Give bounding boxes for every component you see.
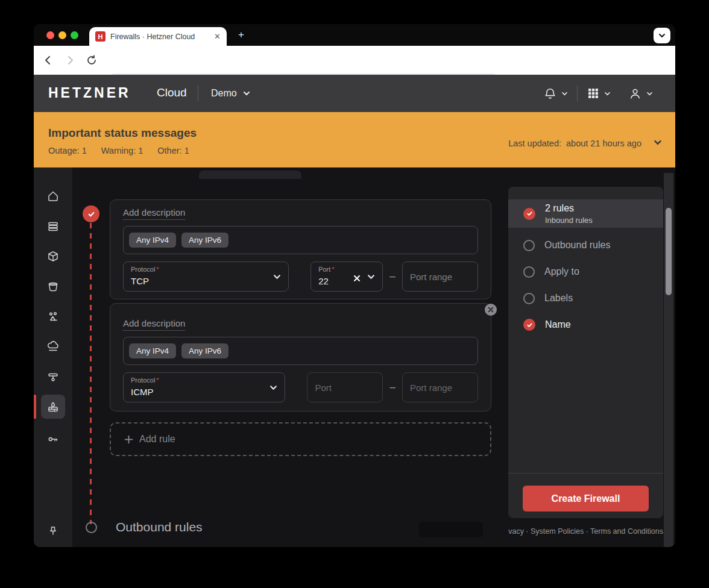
forward-button[interactable] bbox=[63, 54, 77, 67]
step-name[interactable]: Name bbox=[508, 311, 663, 338]
notifications-button[interactable] bbox=[543, 87, 568, 101]
cloud-label: Cloud bbox=[157, 86, 187, 99]
step-apply-to[interactable]: Apply to bbox=[508, 258, 663, 285]
rule-fields-row: Protocol* ICMP – bbox=[123, 372, 478, 402]
ip-chip[interactable]: Any IPv6 bbox=[181, 233, 228, 248]
remove-rule-button[interactable] bbox=[485, 304, 497, 316]
status-counts: Outage: 1 Warning: 1 Other: 1 bbox=[48, 146, 189, 155]
hetzner-logo[interactable]: HETZNER bbox=[48, 85, 131, 101]
obscured-element bbox=[419, 522, 483, 537]
nav-object-storage-icon[interactable] bbox=[46, 280, 60, 293]
browser-toolbar: console.hetzner.cloud/projects/3873726/f… bbox=[34, 46, 675, 75]
step-inbound-rules[interactable]: 2 rules Inbound rules bbox=[508, 199, 663, 228]
source-ips-input[interactable]: Any IPv4 Any IPv6 bbox=[123, 226, 478, 254]
nav-active-indicator bbox=[34, 395, 36, 419]
port-input[interactable] bbox=[307, 372, 383, 402]
add-rule-button[interactable]: Add rule bbox=[110, 422, 491, 456]
status-banner: Important status messages Outage: 1 Warn… bbox=[34, 112, 675, 167]
rule-fields-row: Protocol* TCP Port* 22 – bbox=[123, 261, 478, 292]
nav-firewalls-icon[interactable] bbox=[46, 401, 60, 414]
page-content: Inbound rules Add description Any IPv4 A… bbox=[34, 167, 675, 547]
outage-count: 1 bbox=[82, 146, 87, 155]
grid-icon bbox=[587, 87, 600, 100]
ip-chip[interactable]: Any IPv6 bbox=[181, 343, 228, 358]
tab-search-button[interactable] bbox=[654, 28, 670, 43]
warning-count: 1 bbox=[138, 146, 143, 155]
outbound-step-circle bbox=[86, 522, 97, 533]
tab-strip: H Firewalls · Hetzner Cloud ✕ + bbox=[34, 24, 675, 46]
protocol-value: TCP bbox=[131, 276, 149, 286]
nav-home-icon[interactable] bbox=[46, 190, 60, 203]
port-value: 22 bbox=[318, 276, 329, 286]
chevron-down-icon bbox=[604, 92, 611, 96]
account-menu-button[interactable] bbox=[628, 87, 653, 101]
protocol-select[interactable]: Protocol* ICMP bbox=[123, 372, 285, 402]
chevron-down-icon bbox=[273, 274, 281, 280]
create-firewall-button[interactable]: Create Firewall bbox=[523, 486, 649, 511]
nav-security-keys-icon[interactable] bbox=[46, 431, 60, 444]
close-icon bbox=[488, 307, 494, 313]
app-header: HETZNER Cloud Demo ⌘ K bbox=[34, 75, 675, 112]
left-nav bbox=[34, 167, 72, 547]
ip-chip[interactable]: Any IPv4 bbox=[129, 233, 176, 248]
last-updated: Last updated: about 21 hours ago bbox=[508, 139, 641, 148]
footer-links[interactable]: vacy · System Policies · Terms and Condi… bbox=[508, 527, 663, 536]
plus-icon bbox=[124, 435, 133, 444]
nav-placement-groups-icon[interactable] bbox=[46, 310, 60, 324]
port-label: Port bbox=[318, 266, 330, 273]
new-tab-button[interactable]: + bbox=[235, 29, 247, 41]
scrollbar-track[interactable] bbox=[664, 173, 673, 547]
nav-networks-icon[interactable] bbox=[46, 340, 60, 354]
step-subtitle: Inbound rules bbox=[545, 216, 593, 225]
back-button[interactable] bbox=[42, 54, 55, 67]
step-title: Apply to bbox=[544, 266, 579, 277]
header-divider bbox=[198, 85, 198, 102]
chevron-down-icon bbox=[269, 385, 277, 390]
reload-button[interactable] bbox=[85, 54, 98, 67]
add-description-button[interactable]: Add description bbox=[123, 318, 185, 331]
banner-expand-button[interactable] bbox=[654, 140, 662, 145]
step-done-icon bbox=[523, 319, 535, 331]
status-banner-title: Important status messages bbox=[48, 127, 197, 140]
scrollbar-thumb[interactable] bbox=[666, 208, 672, 295]
maximize-window-button[interactable] bbox=[71, 31, 78, 39]
step-title: Name bbox=[545, 319, 571, 330]
nav-servers-icon[interactable] bbox=[46, 220, 60, 233]
step-title: Outbound rules bbox=[544, 240, 610, 251]
project-selector[interactable]: Demo bbox=[211, 88, 250, 99]
ip-chip[interactable]: Any IPv4 bbox=[129, 343, 176, 358]
port-range-input[interactable] bbox=[402, 261, 478, 292]
nav-volumes-icon[interactable] bbox=[46, 250, 60, 263]
step-todo-icon bbox=[523, 266, 535, 278]
step-todo-icon bbox=[523, 293, 535, 304]
step-labels[interactable]: Labels bbox=[508, 285, 663, 311]
chevron-down-icon bbox=[561, 92, 568, 96]
step-outbound-rules[interactable]: Outbound rules bbox=[508, 232, 663, 258]
nav-load-balancers-icon[interactable] bbox=[46, 371, 60, 384]
port-range-input[interactable] bbox=[402, 372, 478, 402]
step-todo-icon bbox=[523, 240, 535, 251]
browser-tab[interactable]: H Firewalls · Hetzner Cloud ✕ bbox=[89, 27, 227, 46]
other-count: 1 bbox=[184, 146, 189, 155]
nav-pin-icon[interactable] bbox=[46, 525, 60, 538]
protocol-select[interactable]: Protocol* TCP bbox=[123, 261, 289, 292]
step-title: 2 rules bbox=[545, 203, 593, 214]
clear-port-icon[interactable] bbox=[353, 274, 361, 284]
other-label: Other: bbox=[157, 146, 181, 155]
step-connector-line bbox=[90, 223, 92, 524]
chevron-down-icon bbox=[646, 92, 653, 96]
add-description-button[interactable]: Add description bbox=[123, 207, 185, 220]
port-select[interactable]: Port* 22 bbox=[310, 261, 383, 292]
source-ips-input[interactable]: Any IPv4 Any IPv6 bbox=[123, 337, 478, 365]
protocol-label: Protocol bbox=[131, 377, 155, 384]
last-updated-label: Last updated: bbox=[508, 139, 561, 148]
tab-close-icon[interactable]: ✕ bbox=[214, 32, 221, 41]
protocol-label: Protocol bbox=[131, 266, 155, 273]
add-rule-label: Add rule bbox=[139, 434, 175, 445]
protocol-value: ICMP bbox=[131, 387, 154, 397]
close-window-button[interactable] bbox=[46, 31, 54, 39]
apps-menu-button[interactable] bbox=[587, 87, 611, 100]
tab-title: Firewalls · Hetzner Cloud bbox=[110, 33, 209, 41]
minimize-window-button[interactable] bbox=[58, 31, 66, 39]
last-updated-value: about 21 hours ago bbox=[566, 139, 641, 148]
